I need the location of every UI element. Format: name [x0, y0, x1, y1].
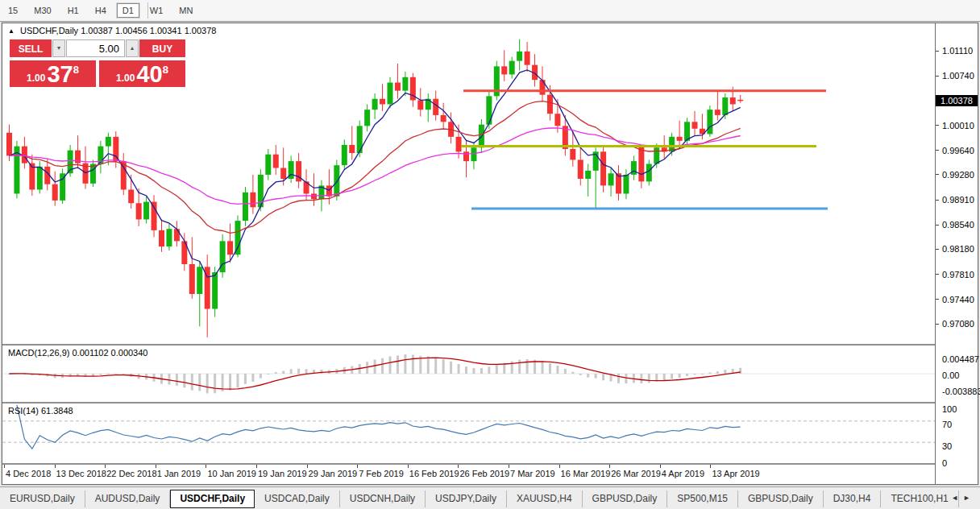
date-tick-label: 7 Feb 2019 [359, 469, 404, 478]
tab-scroll-left-icon[interactable]: ◄ [951, 494, 963, 502]
date-tick-mark [206, 465, 206, 468]
volume-decrease-button[interactable]: ▾ [52, 39, 65, 57]
collapse-icon[interactable]: ▲ [8, 27, 15, 35]
sell-price-prefix: 1.00 [27, 72, 45, 85]
chevron-down-icon: ▾ [57, 44, 60, 52]
date-tick-mark [408, 465, 409, 468]
date-tick-label: 16 Feb 2019 [409, 469, 459, 478]
chart-tab-dj30[interactable]: DJ30,H4 [824, 490, 882, 507]
macd-axis-label: -0.003883 [942, 387, 980, 396]
price-tick-mark [936, 249, 939, 250]
price-tick-label: 0.98540 [942, 220, 974, 230]
date-tick-mark [105, 465, 106, 468]
chart-tab-xauusd[interactable]: XAUUSD,H4 [507, 490, 583, 507]
date-tick-mark [458, 465, 459, 468]
tab-scroll-arrows: ◄► [951, 494, 975, 502]
macd-axis-label: 0.004487 [942, 354, 979, 364]
price-tick-mark [936, 150, 939, 151]
chart-window: ▲ USDCHF,Daily 1.00387 1.00456 1.00341 1… [2, 23, 978, 485]
date-tick-mark [660, 465, 661, 468]
price-tick-label: 0.98180 [942, 244, 974, 254]
date-tick-label: 4 Dec 2018 [6, 469, 51, 478]
rsi-axis-label: 30 [942, 441, 952, 451]
date-tick-label: 1 Jan 2019 [157, 469, 201, 478]
volume-increase-button[interactable]: ▴ [126, 39, 139, 57]
sell-price-box[interactable]: 1.00378 [10, 60, 96, 87]
chart-tab-audusd[interactable]: AUDUSD,Daily [85, 490, 171, 507]
date-tick-mark [256, 465, 257, 468]
chart-symbol-label: USDCHF,Daily [20, 26, 78, 35]
date-tick-mark [55, 465, 56, 468]
date-tick-mark [559, 465, 560, 468]
chart-tab-tech100[interactable]: TECH100,H1 [881, 490, 958, 507]
date-tick-mark [307, 465, 308, 468]
date-tick-mark [710, 465, 711, 468]
price-tick-mark [936, 200, 939, 201]
price-tick-label: 0.99640 [942, 146, 974, 155]
timeframe-button-h4[interactable]: H4 [89, 3, 112, 18]
price-tick-mark [936, 76, 939, 77]
date-tick-mark [357, 465, 358, 468]
date-tick-label: 29 Jan 2019 [309, 469, 358, 478]
date-tick-mark [509, 465, 509, 468]
chart-tab-usdcad[interactable]: USDCAD,Daily [255, 490, 340, 507]
tab-scroll-right-icon[interactable]: ► [963, 494, 975, 502]
date-axis[interactable]: 4 Dec 201813 Dec 201822 Dec 20181 Jan 20… [2, 465, 935, 484]
date-tick-label: 13 Dec 2018 [56, 469, 106, 478]
chart-tab-usdchf[interactable]: USDCHF,Daily [170, 490, 255, 508]
price-tick-mark [936, 299, 939, 300]
price-tick-label: 0.99280 [942, 170, 974, 180]
timeframe-button-15[interactable]: 15 [2, 3, 23, 18]
rsi-axis-label: 70 [942, 420, 952, 429]
rsi-chart [2, 403, 935, 463]
date-tick-label: 22 Dec 2018 [106, 469, 156, 478]
price-tick-label: 0.97440 [942, 295, 974, 304]
chart-tab-gbpusd[interactable]: GBPUSD,Daily [738, 490, 824, 507]
price-tick-label: 0.98910 [942, 195, 974, 205]
price-scale[interactable]: 1.011101.007401.000100.996400.992800.989… [935, 23, 978, 484]
date-tick-label: 26 Mar 2019 [611, 469, 661, 478]
date-tick-label: 4 Apr 2019 [662, 469, 704, 478]
chart-tab-sp500[interactable]: SP500,M15 [667, 490, 738, 507]
price-tick-label: 1.00010 [942, 121, 974, 130]
rsi-axis-label: 100 [942, 404, 957, 414]
price-tick-mark [936, 324, 939, 325]
date-tick-label: 10 Jan 2019 [207, 469, 256, 478]
price-tick-mark [936, 174, 939, 175]
sell-price-big: 37 [47, 64, 73, 85]
chart-tab-usdjpy[interactable]: USDJPY,Daily [426, 490, 507, 507]
price-tick-mark [936, 225, 939, 226]
rsi-indicator-pane[interactable]: RSI(14) 61.3848 [2, 403, 935, 465]
buy-price-prefix: 1.00 [116, 72, 135, 85]
price-tick-mark [936, 125, 939, 126]
rsi-label: RSI(14) 61.3848 [8, 406, 73, 416]
date-tick-label: 13 Apr 2019 [712, 469, 759, 478]
buy-price-big: 40 [136, 64, 162, 85]
price-tick-mark [936, 274, 939, 275]
volume-input[interactable] [66, 39, 125, 57]
chevron-up-icon: ▴ [131, 44, 134, 52]
chart-tab-usdcnh[interactable]: USDCNH,Daily [340, 490, 426, 507]
buy-price-box[interactable]: 1.00408 [99, 60, 185, 87]
buy-button[interactable]: BUY [139, 39, 185, 57]
timeframe-toolbar: 15M30H1H4D1W1MN [0, 0, 980, 22]
sell-button[interactable]: SELL [10, 39, 52, 57]
date-tick-mark [4, 465, 5, 468]
timeframe-button-m30[interactable]: M30 [28, 3, 56, 18]
timeframe-button-w1[interactable]: W1 [144, 3, 169, 18]
price-tick-label: 1.01110 [942, 46, 973, 56]
chart-tab-eurusd[interactable]: EURUSD,Daily [0, 490, 85, 507]
timeframe-button-h1[interactable]: H1 [62, 3, 85, 18]
macd-axis-label: 0.00 [942, 370, 959, 380]
macd-indicator-pane[interactable]: MACD(12,26,9) 0.001102 0.000340 [2, 346, 935, 403]
timeframe-button-d1[interactable]: D1 [117, 3, 139, 18]
date-tick-label: 7 Mar 2019 [510, 469, 555, 478]
main-chart-pane[interactable]: ▲ USDCHF,Daily 1.00387 1.00456 1.00341 1… [2, 23, 935, 346]
chart-title: ▲ USDCHF,Daily 1.00387 1.00456 1.00341 1… [8, 26, 216, 35]
timeframe-button-mn[interactable]: MN [173, 3, 198, 18]
chart-tab-gbpusd[interactable]: GBPUSD,Daily [583, 490, 668, 507]
rsi-axis-label: 0 [942, 458, 947, 468]
current-price-marker: 1.00378 [936, 95, 978, 106]
price-tick-label: 0.97810 [942, 270, 974, 279]
chart-tab-bar: EURUSD,DailyAUDUSD,DailyUSDCHF,DailyUSDC… [0, 486, 980, 509]
